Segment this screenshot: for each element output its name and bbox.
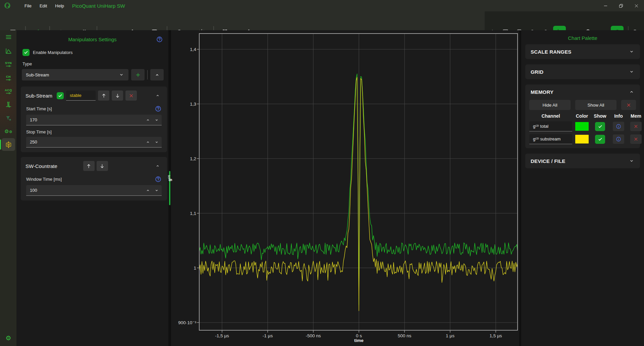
collapse-countrate-button[interactable] xyxy=(153,161,162,171)
channel-name-field[interactable] xyxy=(529,134,572,144)
channel-mem-clear-button[interactable] xyxy=(630,122,642,131)
sidebar-item-label: ME xyxy=(7,101,10,106)
section-label: MEMORY xyxy=(531,89,553,95)
memory-row xyxy=(529,134,636,144)
window-controls xyxy=(598,0,644,11)
stop-time-spinner[interactable] xyxy=(26,137,162,148)
stop-time-input[interactable] xyxy=(26,137,162,147)
menu-file[interactable]: File xyxy=(20,0,36,11)
move-down-button[interactable] xyxy=(112,91,123,101)
start-time-input[interactable] xyxy=(26,115,162,125)
substream-enabled-checkbox[interactable] xyxy=(57,92,64,99)
channel-info-button[interactable] xyxy=(613,134,624,144)
show-all-button[interactable]: Show All xyxy=(575,100,616,110)
close-button[interactable] xyxy=(629,0,644,11)
move-down-button[interactable] xyxy=(97,161,108,171)
channel-name-input[interactable] xyxy=(529,121,572,131)
check-icon xyxy=(598,124,603,129)
sidebar-item-histogram[interactable] xyxy=(2,45,15,57)
help-icon[interactable] xyxy=(156,36,163,43)
menu-edit[interactable]: Edit xyxy=(36,0,51,11)
chevron-up-icon xyxy=(154,72,160,78)
collapse-all-button[interactable] xyxy=(150,69,164,80)
start-time-spinner[interactable] xyxy=(26,115,162,125)
help-icon[interactable] xyxy=(155,105,162,112)
restore-button[interactable] xyxy=(613,0,629,11)
plus-icon xyxy=(135,72,141,78)
sidebar-item-channel-settings[interactable]: CH xyxy=(2,72,15,84)
scale-ranges-header[interactable]: SCALE RANGES xyxy=(525,44,640,59)
manipulator-icon: M xyxy=(5,141,12,149)
spin-down-button[interactable] xyxy=(152,115,161,125)
move-up-button[interactable] xyxy=(83,161,95,171)
sidebar-item-settings[interactable]: ⚙ xyxy=(2,332,15,344)
active-item-indicator xyxy=(0,139,1,150)
spin-up-button[interactable] xyxy=(144,115,152,125)
substream-name-field[interactable] xyxy=(66,91,96,101)
manipulator-type-select[interactable]: Sub-Stream xyxy=(22,69,128,80)
window-time-spinner[interactable] xyxy=(26,185,162,196)
grid-header[interactable]: GRID xyxy=(525,64,640,79)
sidebar-item-acquisition-settings[interactable]: ACQ xyxy=(2,85,15,98)
gears-icon: ⚙⚙ xyxy=(4,129,12,134)
move-up-button[interactable] xyxy=(98,91,109,101)
enable-manipulators-checkbox[interactable] xyxy=(22,49,30,56)
chevron-up-sm-icon xyxy=(145,139,151,145)
channel-name-input[interactable] xyxy=(529,134,572,144)
x-icon xyxy=(633,124,639,129)
channel-name-field[interactable] xyxy=(529,121,572,131)
chevron-up-sm-icon xyxy=(145,117,151,123)
memory-col-info: Info xyxy=(614,113,623,119)
remove-substream-button[interactable] xyxy=(125,91,137,101)
spin-down-button[interactable] xyxy=(152,185,161,195)
help-icon[interactable] xyxy=(155,176,162,183)
chevron-up-sm-icon xyxy=(145,188,151,193)
channel-info-button[interactable] xyxy=(613,122,624,131)
memory-col-mem: Mem xyxy=(631,113,641,119)
app-title: PicoQuant UniHarp SW xyxy=(72,0,125,11)
chevron-down-icon xyxy=(629,158,635,164)
minimize-button[interactable] xyxy=(598,0,613,11)
channel-show-checkbox[interactable] xyxy=(595,135,605,144)
add-manipulator-button[interactable] xyxy=(131,69,145,80)
device-file-header[interactable]: DEVICE / FILE xyxy=(525,154,640,168)
panel-splitter[interactable] xyxy=(168,30,171,346)
channel-show-checkbox[interactable] xyxy=(595,122,605,131)
svg-text:M: M xyxy=(7,143,10,146)
check-icon xyxy=(23,50,29,55)
channel-color-swatch[interactable] xyxy=(575,122,589,131)
device-file-section: DEVICE / FILE xyxy=(525,154,640,168)
collapse-substream-button[interactable] xyxy=(153,91,162,100)
clear-all-memory-button[interactable] xyxy=(621,100,636,110)
section-label: SCALE RANGES xyxy=(531,49,572,55)
sidebar-item-measurement-settings[interactable]: ME xyxy=(2,99,15,111)
filter-icon xyxy=(5,115,12,122)
chevron-down-icon xyxy=(629,49,635,55)
sidebar-item-manipulators[interactable]: M xyxy=(2,138,15,151)
sidebar-item-processing-settings[interactable]: ⚙⚙ xyxy=(2,125,15,138)
channel-color-swatch[interactable] xyxy=(575,135,589,143)
sidebar-item-sync-settings[interactable]: SYN xyxy=(2,58,15,71)
chevron-down-icon xyxy=(629,158,635,164)
chevron-down-icon xyxy=(118,72,124,78)
spin-up-button[interactable] xyxy=(144,185,152,195)
substream-name-input[interactable] xyxy=(66,91,96,100)
spin-up-button[interactable] xyxy=(144,137,152,147)
hide-all-button[interactable]: Hide All xyxy=(529,100,571,110)
memory-header[interactable]: MEMORY xyxy=(525,84,640,99)
menu-help[interactable]: Help xyxy=(51,0,68,11)
sidebar-item-filter-settings[interactable] xyxy=(2,112,15,125)
window-time-input[interactable] xyxy=(26,185,162,195)
channel-mem-clear-button[interactable] xyxy=(630,134,642,144)
chevron-down-sm-icon xyxy=(154,117,159,123)
section-label: GRID xyxy=(531,69,543,75)
x-tick-label: 0 s xyxy=(356,333,362,338)
spin-down-button[interactable] xyxy=(152,137,161,147)
picoquant-logo-icon xyxy=(4,2,11,9)
app-logo-icon xyxy=(4,2,11,9)
sidebar-item-menu[interactable] xyxy=(2,31,15,43)
arrow-up-icon xyxy=(86,163,92,169)
x-axis-label: time xyxy=(342,338,376,343)
g2-chart[interactable]: -1,5 µs-1 µs-500 ns0 s500 ns1 µs1,5 µs1,… xyxy=(171,30,519,346)
arrow-up-icon xyxy=(101,93,107,99)
